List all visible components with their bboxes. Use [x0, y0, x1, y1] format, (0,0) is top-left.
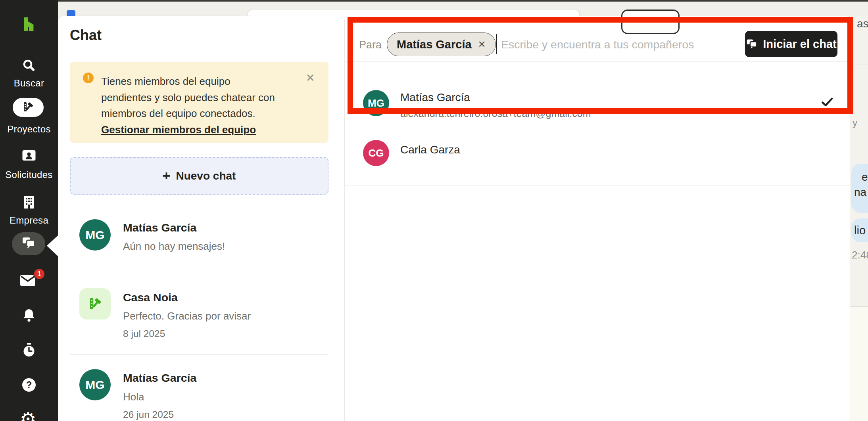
- avatar: MG: [363, 90, 389, 116]
- result-name: Matías García: [400, 91, 470, 104]
- avatar: MG: [79, 219, 111, 251]
- recipient-chip[interactable]: Matías García ✕: [387, 33, 496, 56]
- project-avatar: [79, 288, 111, 320]
- page-title: Chat: [70, 27, 102, 44]
- divider: [345, 61, 851, 62]
- selected-check-icon: [821, 96, 833, 109]
- mail-unread-badge: 1: [33, 268, 45, 280]
- conversation-name: Matías García: [123, 371, 196, 385]
- warning-line: miembros del equipo conectados.: [101, 105, 275, 122]
- conversation-date: 8 jul 2025: [123, 328, 165, 339]
- divider: [70, 354, 328, 355]
- sidebar-item-empresa[interactable]: Empresa: [0, 215, 58, 226]
- divider: [345, 186, 851, 186]
- sidebar-item-buscar[interactable]: Buscar: [0, 78, 58, 89]
- bubble-text: e: [862, 171, 868, 184]
- warning-line: Tienes miembros del equipo: [101, 73, 275, 90]
- projects-icon: [22, 100, 35, 115]
- start-chat-label: Iniciar el chat: [763, 38, 836, 51]
- plus-icon: +: [163, 168, 171, 184]
- chat-bubbles-icon: [21, 236, 36, 251]
- houzz-pro-logo[interactable]: [20, 15, 37, 34]
- new-chat-button[interactable]: + Nuevo chat: [70, 157, 328, 195]
- background-text-fragment: y: [853, 117, 857, 128]
- manage-team-link[interactable]: Gestionar miembros del equipo: [101, 122, 275, 138]
- warning-line: pendientes y solo puedes chatear con: [101, 90, 275, 106]
- avatar: CG: [363, 140, 389, 166]
- help-icon[interactable]: ?: [22, 378, 36, 392]
- sidebar-item-chat-active[interactable]: [12, 232, 45, 255]
- recipient-chip-name: Matías García: [397, 38, 472, 51]
- conversation-preview: Aún no hay mensajes!: [123, 240, 225, 253]
- message-bubble-fragment: lio: [851, 218, 868, 242]
- settings-gear-icon[interactable]: ⚙: [20, 408, 36, 421]
- project-icon: [88, 296, 103, 312]
- background-composer-area: [850, 307, 868, 421]
- help-glyph: ?: [26, 379, 32, 390]
- start-chat-button[interactable]: Iniciar el chat: [745, 31, 837, 57]
- chat-panel: Chat ! Tienes miembros del equipo pendie…: [58, 16, 344, 421]
- bubble-text: na: [854, 186, 866, 199]
- chat-bubbles-icon: [746, 38, 758, 50]
- text-cursor: [496, 34, 497, 54]
- message-timestamp: 2:48: [852, 249, 868, 261]
- company-building-icon[interactable]: [23, 195, 35, 211]
- chat-panel-pointer: [47, 235, 59, 257]
- conversation-date: 26 jun 2025: [123, 409, 174, 420]
- background-divider: [850, 65, 868, 65]
- result-name: Carla Garza: [400, 144, 460, 156]
- search-icon[interactable]: [22, 59, 36, 75]
- window-top-edge: [0, 0, 868, 2]
- background-text-fragment: as: [857, 17, 868, 30]
- conversation-preview: Hola: [123, 391, 144, 403]
- app-screen: as y e na lio 2:48 Buscar Proyectos: [0, 0, 868, 421]
- conversation-preview: Perfecto. Gracias por avisar: [123, 310, 251, 322]
- divider: [70, 273, 328, 273]
- new-chat-label: Nuevo chat: [176, 170, 236, 182]
- sidebar: Buscar Proyectos Solicitudes: [0, 0, 58, 421]
- sidebar-item-solicitudes[interactable]: Solicitudes: [0, 169, 58, 180]
- mail-icon[interactable]: [20, 274, 36, 288]
- to-label: Para: [359, 39, 382, 51]
- notifications-bell-icon[interactable]: [22, 308, 36, 324]
- bubble-text: lio: [854, 224, 866, 237]
- message-bubble-fragment: e na: [851, 164, 868, 213]
- remove-recipient-icon[interactable]: ✕: [478, 39, 486, 50]
- conversation-name: Matías García: [123, 221, 196, 234]
- warning-text: Tienes miembros del equipo pendientes y …: [101, 73, 275, 138]
- background-outlined-pill-button: [621, 10, 680, 34]
- avatar: MG: [79, 369, 111, 400]
- sidebar-item-proyectos[interactable]: Proyectos: [0, 124, 58, 135]
- leads-card-icon[interactable]: [22, 150, 36, 163]
- recipient-search-input[interactable]: Escribe y encuentra a tus compañeros: [501, 38, 694, 51]
- close-icon[interactable]: ✕: [306, 71, 315, 84]
- sidebar-item-proyectos-pill[interactable]: [13, 98, 44, 117]
- time-clock-icon[interactable]: [22, 343, 36, 359]
- result-email: alexandra.tenreiro.orosa+team@gmail.com: [400, 108, 591, 119]
- conversation-name: Casa Noia: [123, 291, 178, 304]
- new-chat-modal: Para Matías García ✕ Escribe y encuentra…: [344, 16, 850, 421]
- warning-banner: ! Tienes miembros del equipo pendientes …: [70, 62, 328, 143]
- warning-icon: !: [83, 73, 94, 83]
